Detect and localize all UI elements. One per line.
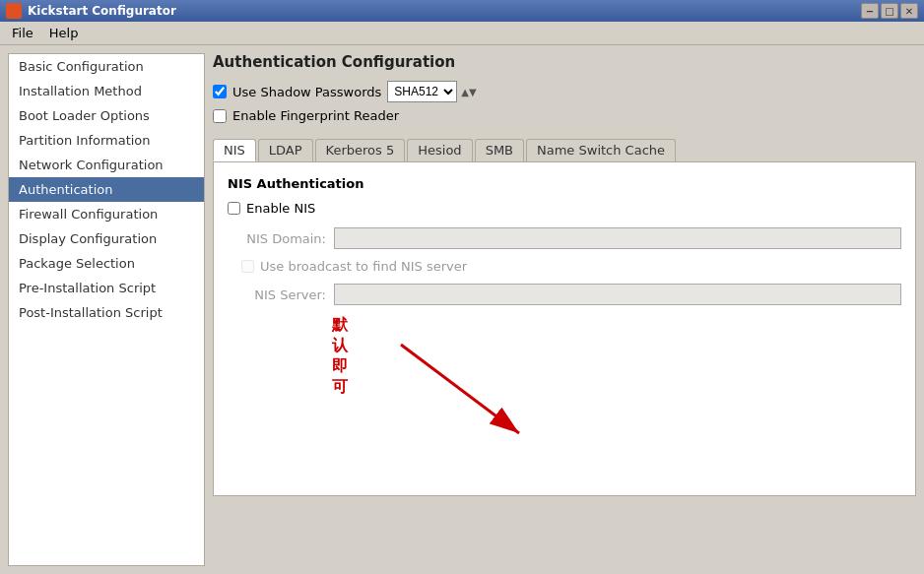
close-button[interactable]: ✕ (900, 3, 918, 19)
tab-name-switch-cache[interactable]: Name Switch Cache (526, 139, 676, 161)
broadcast-checkbox[interactable] (241, 260, 254, 273)
sidebar-item-package[interactable]: Package Selection (9, 251, 204, 276)
tab-kerberos5[interactable]: Kerberos 5 (315, 139, 406, 161)
title-bar: Kickstart Configurator − □ ✕ (0, 0, 924, 22)
sha-select[interactable]: SHA512 SHA256 MD5 (387, 81, 457, 102)
broadcast-label[interactable]: Use broadcast to find NIS server (260, 259, 467, 274)
sidebar-item-firewall[interactable]: Firewall Configuration (9, 202, 204, 226)
nis-server-label: NIS Server: (228, 287, 326, 302)
sidebar-item-display[interactable]: Display Configuration (9, 226, 204, 251)
minimize-button[interactable]: − (861, 3, 879, 19)
sidebar-item-post-script[interactable]: Post-Installation Script (9, 300, 204, 325)
fingerprint-label[interactable]: Enable Fingerprint Reader (232, 108, 399, 123)
nis-title: NIS Authentication (228, 176, 901, 191)
section-title: Authentication Configuration (213, 53, 916, 71)
content-area: Authentication Configuration Use Shadow … (213, 53, 916, 566)
maximize-button[interactable]: □ (881, 3, 898, 19)
enable-nis-row: Enable NIS (228, 201, 901, 216)
sidebar-item-authentication[interactable]: Authentication (9, 177, 204, 202)
annotation-arrow (391, 335, 549, 453)
sha-dropdown-icon: ▲▼ (461, 87, 476, 97)
nis-domain-label: NIS Domain: (228, 231, 326, 246)
annotation-text: 默认即可 (332, 315, 348, 398)
sidebar-item-boot-loader[interactable]: Boot Loader Options (9, 103, 204, 128)
menu-help[interactable]: Help (41, 24, 87, 42)
svg-line-1 (401, 345, 519, 433)
tab-ldap[interactable]: LDAP (258, 139, 313, 161)
sidebar-item-install-method[interactable]: Installation Method (9, 79, 204, 103)
sidebar-item-pre-script[interactable]: Pre-Installation Script (9, 276, 204, 300)
sidebar-item-partition[interactable]: Partition Information (9, 128, 204, 153)
enable-nis-label[interactable]: Enable NIS (246, 201, 315, 216)
nis-server-row: NIS Server: (228, 284, 901, 305)
sidebar: Basic Configuration Installation Method … (8, 53, 205, 566)
fingerprint-row: Enable Fingerprint Reader (213, 108, 916, 123)
enable-nis-checkbox[interactable] (228, 202, 240, 215)
menu-file[interactable]: File (4, 24, 41, 42)
shadow-passwords-checkbox[interactable] (213, 85, 227, 98)
tabs-header: NIS LDAP Kerberos 5 Hesiod SMB Name Swit… (213, 139, 916, 161)
shadow-passwords-label[interactable]: Use Shadow Passwords (232, 85, 381, 99)
tabs-container: NIS LDAP Kerberos 5 Hesiod SMB Name Swit… (213, 139, 916, 496)
shadow-passwords-row: Use Shadow Passwords SHA512 SHA256 MD5 ▲… (213, 81, 916, 102)
tab-smb[interactable]: SMB (475, 139, 524, 161)
app-icon (6, 3, 22, 19)
fingerprint-checkbox[interactable] (213, 109, 227, 123)
nis-server-input[interactable] (334, 284, 901, 305)
nis-tab-content: NIS Authentication Enable NIS NIS Domain… (213, 161, 916, 496)
sidebar-item-network[interactable]: Network Configuration (9, 153, 204, 177)
tab-nis[interactable]: NIS (213, 139, 256, 161)
broadcast-row: Use broadcast to find NIS server (241, 259, 901, 274)
sidebar-item-basic[interactable]: Basic Configuration (9, 54, 204, 79)
main-window: Basic Configuration Installation Method … (0, 45, 924, 574)
nis-domain-row: NIS Domain: (228, 227, 901, 249)
window-title: Kickstart Configurator (28, 4, 176, 18)
nis-domain-input[interactable] (334, 227, 901, 249)
tab-hesiod[interactable]: Hesiod (407, 139, 472, 161)
menu-bar: File Help (0, 22, 924, 45)
